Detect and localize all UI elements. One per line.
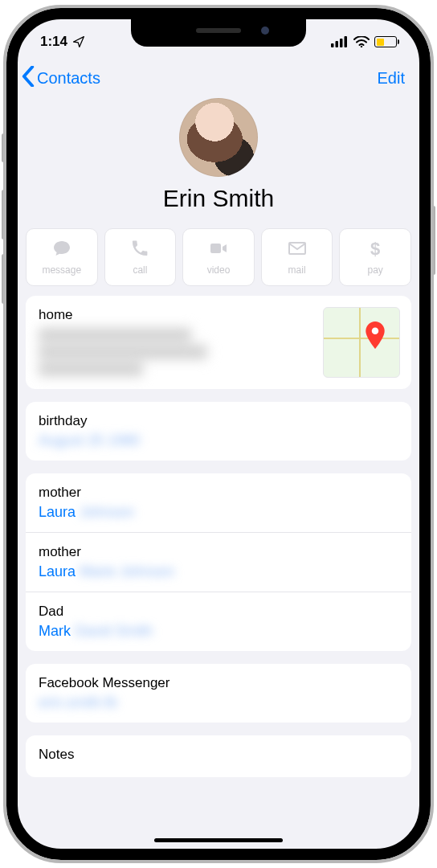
map-thumbnail[interactable]: [323, 307, 400, 378]
iphone-device-frame: 1:14: [3, 5, 434, 863]
notes-label: Notes: [39, 747, 398, 763]
relation-rest-blurred: Marie Johnson: [80, 563, 174, 579]
notes-card[interactable]: Notes: [26, 735, 411, 777]
back-label: Contacts: [37, 69, 100, 88]
battery-icon: [374, 36, 397, 47]
relation-rest-blurred: Johnson: [80, 504, 134, 520]
wifi-icon: [353, 36, 370, 47]
birthday-card[interactable]: birthday August 25 1980: [26, 402, 411, 461]
action-label: message: [42, 264, 81, 276]
video-button[interactable]: video: [182, 228, 255, 286]
birthday-label: birthday: [39, 413, 398, 429]
volume-up-button: [2, 190, 6, 240]
mute-switch: [2, 133, 6, 162]
relation-value: Mark David Smith: [39, 623, 398, 640]
action-label: mail: [288, 264, 306, 276]
svg-rect-1: [336, 41, 339, 47]
volume-down-button: [2, 254, 6, 304]
svg-text:$: $: [370, 239, 380, 258]
relation-row[interactable]: Dad Mark David Smith: [26, 592, 411, 651]
relation-row[interactable]: mother Laura Marie Johnson: [26, 532, 411, 592]
action-button-row: message call video mail: [18, 220, 419, 296]
status-time: 1:14: [40, 34, 67, 50]
dollar-icon: $: [364, 239, 386, 260]
cellular-signal-icon: [331, 36, 349, 47]
mail-icon: [286, 239, 308, 260]
action-label: pay: [367, 264, 382, 276]
screen: 1:14: [18, 19, 419, 849]
back-button[interactable]: Contacts: [21, 66, 100, 91]
svg-rect-2: [340, 39, 343, 47]
svg-point-8: [372, 328, 379, 335]
svg-point-4: [361, 46, 362, 47]
detail-cards: home birthday August 25 19: [18, 296, 419, 777]
power-button: [431, 206, 435, 275]
relation-value: Laura Johnson: [39, 504, 398, 521]
action-label: call: [133, 264, 147, 276]
svg-rect-0: [331, 43, 334, 47]
relation-label: Dad: [39, 604, 398, 620]
chevron-left-icon: [21, 66, 35, 91]
location-arrow-icon: [72, 35, 85, 48]
call-button[interactable]: call: [104, 228, 177, 286]
phone-icon: [129, 239, 151, 260]
nav-bar: Contacts Edit: [18, 58, 419, 98]
relations-card: mother Laura Johnson mother Laura Marie …: [26, 473, 411, 651]
relation-name: Laura: [39, 563, 76, 579]
edit-button[interactable]: Edit: [378, 69, 411, 88]
address-value-blurred: [39, 328, 315, 376]
message-button[interactable]: message: [26, 228, 98, 286]
contact-header: Erin Smith: [18, 98, 419, 220]
contact-name: Erin Smith: [163, 185, 274, 212]
map-pin-icon: [365, 321, 386, 352]
social-card[interactable]: Facebook Messenger erin.smith.fb: [26, 664, 411, 723]
message-icon: [51, 239, 73, 260]
device-notch: [131, 19, 306, 47]
home-indicator[interactable]: [154, 838, 283, 842]
mail-button[interactable]: mail: [261, 228, 333, 286]
relation-rest-blurred: David Smith: [75, 623, 153, 639]
svg-rect-3: [345, 36, 348, 47]
contact-avatar[interactable]: [179, 98, 258, 177]
relation-label: mother: [39, 544, 398, 560]
social-label: Facebook Messenger: [39, 675, 398, 691]
video-icon: [207, 239, 230, 260]
social-value-blurred: erin.smith.fb: [39, 694, 398, 711]
relation-label: mother: [39, 485, 398, 501]
birthday-value-blurred: August 25 1980: [39, 432, 398, 449]
pay-button[interactable]: $ pay: [339, 228, 411, 286]
action-label: video: [207, 264, 231, 276]
address-label: home: [39, 307, 315, 323]
relation-value: Laura Marie Johnson: [39, 563, 398, 580]
relation-row[interactable]: mother Laura Johnson: [26, 473, 411, 532]
relation-name: Mark: [39, 623, 71, 639]
address-card[interactable]: home: [26, 296, 411, 389]
svg-rect-5: [210, 244, 221, 253]
relation-name: Laura: [39, 504, 76, 520]
